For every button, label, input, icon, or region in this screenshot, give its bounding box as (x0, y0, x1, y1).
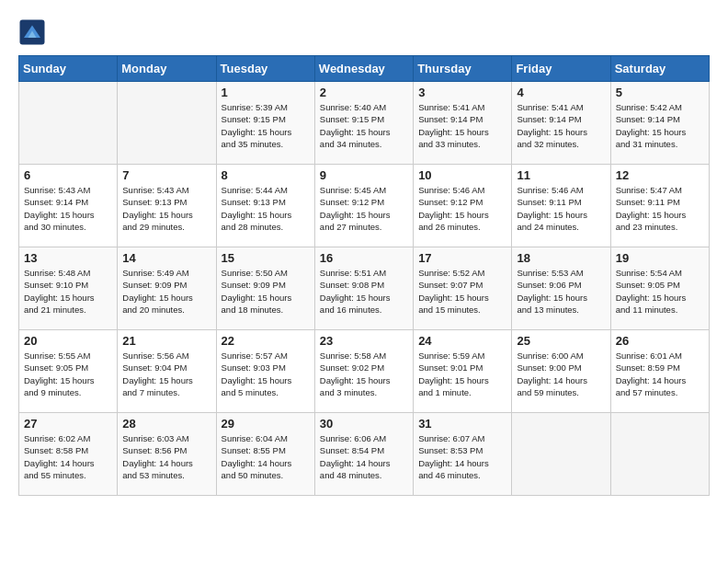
day-number: 5 (616, 86, 704, 99)
weekday-header-friday: Friday (512, 56, 610, 82)
calendar-cell: 22Sunrise: 5:57 AM Sunset: 9:03 PM Dayli… (216, 330, 314, 413)
day-info: Sunrise: 5:45 AM Sunset: 9:12 PM Dayligh… (320, 184, 408, 233)
day-number: 10 (418, 168, 506, 182)
day-info: Sunrise: 5:43 AM Sunset: 9:13 PM Dayligh… (122, 184, 210, 233)
calendar-table: SundayMondayTuesdayWednesdayThursdayFrid… (18, 55, 710, 496)
day-info: Sunrise: 5:42 AM Sunset: 9:14 PM Dayligh… (616, 101, 704, 150)
calendar-cell: 24Sunrise: 5:59 AM Sunset: 9:01 PM Dayli… (414, 330, 512, 413)
day-info: Sunrise: 5:48 AM Sunset: 9:10 PM Dayligh… (24, 267, 112, 316)
calendar-cell: 18Sunrise: 5:53 AM Sunset: 9:06 PM Dayli… (512, 247, 610, 330)
calendar-cell: 27Sunrise: 6:02 AM Sunset: 8:58 PM Dayli… (19, 413, 118, 496)
weekday-header-monday: Monday (118, 56, 216, 82)
day-number: 11 (517, 168, 605, 182)
calendar-cell: 21Sunrise: 5:56 AM Sunset: 9:04 PM Dayli… (118, 330, 216, 413)
calendar-body: 1Sunrise: 5:39 AM Sunset: 9:15 PM Daylig… (19, 82, 710, 496)
calendar-cell: 12Sunrise: 5:47 AM Sunset: 9:11 PM Dayli… (610, 165, 709, 247)
calendar-week-3: 13Sunrise: 5:48 AM Sunset: 9:10 PM Dayli… (19, 247, 710, 330)
day-number: 22 (222, 334, 310, 348)
day-info: Sunrise: 5:50 AM Sunset: 9:09 PM Dayligh… (222, 267, 310, 316)
day-info: Sunrise: 6:00 AM Sunset: 9:00 PM Dayligh… (517, 350, 605, 398)
calendar-cell: 10Sunrise: 5:46 AM Sunset: 9:12 PM Dayli… (414, 165, 512, 247)
day-info: Sunrise: 5:49 AM Sunset: 9:09 PM Dayligh… (122, 267, 210, 316)
day-info: Sunrise: 5:58 AM Sunset: 9:02 PM Dayligh… (320, 350, 408, 398)
logo-icon (18, 18, 46, 46)
day-number: 14 (122, 251, 210, 265)
day-info: Sunrise: 5:46 AM Sunset: 9:11 PM Dayligh… (517, 184, 605, 233)
day-number: 26 (616, 334, 704, 348)
day-number: 19 (616, 251, 704, 265)
logo (18, 18, 50, 46)
day-info: Sunrise: 5:43 AM Sunset: 9:14 PM Dayligh… (24, 184, 112, 233)
calendar-week-1: 1Sunrise: 5:39 AM Sunset: 9:15 PM Daylig… (19, 82, 710, 165)
calendar-header: SundayMondayTuesdayWednesdayThursdayFrid… (19, 56, 710, 82)
day-info: Sunrise: 5:56 AM Sunset: 9:04 PM Dayligh… (122, 350, 210, 398)
calendar-cell: 31Sunrise: 6:07 AM Sunset: 8:53 PM Dayli… (414, 413, 512, 496)
calendar-cell: 14Sunrise: 5:49 AM Sunset: 9:09 PM Dayli… (118, 247, 216, 330)
day-info: Sunrise: 5:52 AM Sunset: 9:07 PM Dayligh… (418, 267, 506, 316)
day-number: 3 (418, 86, 506, 99)
day-info: Sunrise: 5:51 AM Sunset: 9:08 PM Dayligh… (320, 267, 408, 316)
day-info: Sunrise: 6:06 AM Sunset: 8:54 PM Dayligh… (320, 432, 408, 481)
calendar-cell: 7Sunrise: 5:43 AM Sunset: 9:13 PM Daylig… (118, 165, 216, 247)
day-info: Sunrise: 6:01 AM Sunset: 8:59 PM Dayligh… (616, 350, 704, 398)
calendar-cell (118, 82, 216, 165)
day-info: Sunrise: 5:47 AM Sunset: 9:11 PM Dayligh… (616, 184, 704, 233)
day-info: Sunrise: 5:41 AM Sunset: 9:14 PM Dayligh… (517, 101, 605, 150)
calendar-cell: 5Sunrise: 5:42 AM Sunset: 9:14 PM Daylig… (610, 82, 709, 165)
day-info: Sunrise: 5:55 AM Sunset: 9:05 PM Dayligh… (24, 350, 112, 398)
day-number: 21 (122, 334, 210, 348)
day-info: Sunrise: 6:03 AM Sunset: 8:56 PM Dayligh… (122, 432, 210, 481)
day-number: 1 (222, 86, 310, 99)
day-number: 31 (418, 417, 506, 431)
calendar-cell: 28Sunrise: 6:03 AM Sunset: 8:56 PM Dayli… (118, 413, 216, 496)
day-number: 4 (517, 86, 605, 99)
calendar-cell: 13Sunrise: 5:48 AM Sunset: 9:10 PM Dayli… (19, 247, 118, 330)
day-number: 29 (222, 417, 310, 431)
day-info: Sunrise: 5:59 AM Sunset: 9:01 PM Dayligh… (418, 350, 506, 398)
calendar-cell: 15Sunrise: 5:50 AM Sunset: 9:09 PM Dayli… (216, 247, 314, 330)
weekday-header-saturday: Saturday (610, 56, 709, 82)
calendar-week-2: 6Sunrise: 5:43 AM Sunset: 9:14 PM Daylig… (19, 165, 710, 247)
day-number: 8 (222, 168, 310, 182)
weekday-header-row: SundayMondayTuesdayWednesdayThursdayFrid… (19, 56, 710, 82)
day-info: Sunrise: 5:46 AM Sunset: 9:12 PM Dayligh… (418, 184, 506, 233)
calendar-cell (512, 413, 610, 496)
calendar-cell: 26Sunrise: 6:01 AM Sunset: 8:59 PM Dayli… (610, 330, 709, 413)
day-info: Sunrise: 6:07 AM Sunset: 8:53 PM Dayligh… (418, 432, 506, 481)
day-info: Sunrise: 5:53 AM Sunset: 9:06 PM Dayligh… (517, 267, 605, 316)
day-number: 27 (24, 417, 112, 431)
day-number: 17 (418, 251, 506, 265)
day-info: Sunrise: 5:41 AM Sunset: 9:14 PM Dayligh… (418, 101, 506, 150)
calendar-cell (610, 413, 709, 496)
day-number: 23 (320, 334, 408, 348)
day-info: Sunrise: 6:04 AM Sunset: 8:55 PM Dayligh… (222, 432, 310, 481)
day-info: Sunrise: 5:54 AM Sunset: 9:05 PM Dayligh… (616, 267, 704, 316)
day-number: 2 (320, 86, 408, 99)
calendar-cell: 30Sunrise: 6:06 AM Sunset: 8:54 PM Dayli… (314, 413, 413, 496)
day-info: Sunrise: 5:39 AM Sunset: 9:15 PM Dayligh… (222, 101, 310, 150)
day-number: 28 (122, 417, 210, 431)
day-number: 12 (616, 168, 704, 182)
calendar-week-4: 20Sunrise: 5:55 AM Sunset: 9:05 PM Dayli… (19, 330, 710, 413)
day-info: Sunrise: 6:02 AM Sunset: 8:58 PM Dayligh… (24, 432, 112, 481)
day-number: 24 (418, 334, 506, 348)
day-number: 25 (517, 334, 605, 348)
weekday-header-thursday: Thursday (414, 56, 512, 82)
calendar-week-5: 27Sunrise: 6:02 AM Sunset: 8:58 PM Dayli… (19, 413, 710, 496)
calendar-cell: 19Sunrise: 5:54 AM Sunset: 9:05 PM Dayli… (610, 247, 709, 330)
day-number: 13 (24, 251, 112, 265)
calendar-cell: 20Sunrise: 5:55 AM Sunset: 9:05 PM Dayli… (19, 330, 118, 413)
calendar-cell: 23Sunrise: 5:58 AM Sunset: 9:02 PM Dayli… (314, 330, 413, 413)
day-number: 20 (24, 334, 112, 348)
day-info: Sunrise: 5:40 AM Sunset: 9:15 PM Dayligh… (320, 101, 408, 150)
weekday-header-wednesday: Wednesday (314, 56, 413, 82)
page-header (18, 18, 710, 46)
day-number: 9 (320, 168, 408, 182)
calendar-cell: 29Sunrise: 6:04 AM Sunset: 8:55 PM Dayli… (216, 413, 314, 496)
day-number: 7 (122, 168, 210, 182)
weekday-header-tuesday: Tuesday (216, 56, 314, 82)
calendar-cell: 2Sunrise: 5:40 AM Sunset: 9:15 PM Daylig… (314, 82, 413, 165)
day-number: 30 (320, 417, 408, 431)
day-number: 15 (222, 251, 310, 265)
calendar-cell: 3Sunrise: 5:41 AM Sunset: 9:14 PM Daylig… (414, 82, 512, 165)
